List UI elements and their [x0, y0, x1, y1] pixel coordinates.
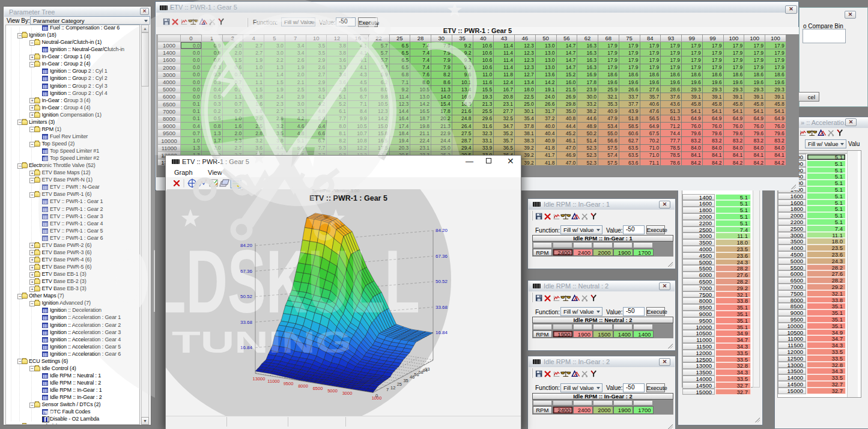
svg-text:33.68: 33.68: [436, 305, 448, 310]
svg-text:12: 12: [390, 385, 395, 391]
svg-text:50.52: 50.52: [240, 294, 253, 299]
svg-text:16.84: 16.84: [240, 345, 253, 350]
svg-text:5000: 5000: [327, 388, 338, 394]
svg-text:93: 93: [425, 367, 429, 372]
svg-text:11000: 11000: [267, 379, 279, 384]
svg-text:0: 0: [375, 393, 378, 398]
svg-text:67.36: 67.36: [240, 269, 253, 274]
svg-text:3000: 3000: [342, 391, 353, 396]
svg-text:50.52: 50.52: [436, 279, 448, 284]
svg-text:9500: 9500: [284, 381, 294, 386]
svg-text:25: 25: [397, 382, 402, 387]
svg-text:67.36: 67.36: [436, 254, 448, 259]
svg-text:13000: 13000: [253, 376, 266, 382]
svg-text:35: 35: [403, 378, 408, 383]
svg-text:6500: 6500: [313, 386, 323, 391]
svg-text:33.68: 33.68: [240, 320, 253, 325]
svg-text:84.20: 84.20: [240, 243, 253, 248]
svg-text:16.84: 16.84: [436, 330, 448, 335]
svg-text:84.20: 84.20: [436, 228, 448, 233]
svg-text:7: 7: [386, 387, 389, 392]
svg-text:8000: 8000: [298, 383, 308, 389]
